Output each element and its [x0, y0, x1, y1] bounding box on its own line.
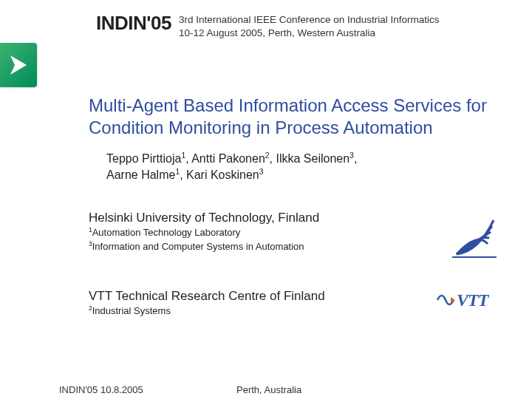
vtt-wave-icon	[436, 290, 455, 310]
slide-title: Multi-Agent Based Information Access Ser…	[89, 95, 502, 139]
affiliation-1-name: Helsinki University of Technology, Finla…	[89, 210, 384, 226]
conference-line2: 10-12 August 2005, Perth, Western Austra…	[179, 27, 375, 38]
conference-full-name: 3rd International IEEE Conference on Ind…	[179, 12, 440, 40]
svg-marker-0	[10, 55, 27, 75]
lab: 3Information and Computer Systems in Aut…	[89, 241, 304, 252]
affiliation-2-labs: 2Industrial Systems	[89, 304, 369, 318]
slide-accent-badge	[0, 43, 37, 87]
affiliation-1: Helsinki University of Technology, Finla…	[89, 210, 384, 253]
affiliation-1-labs: 1Automation Technology Laboratory3Inform…	[89, 226, 384, 253]
affiliation-2-name: VTT Technical Research Centre of Finland	[89, 288, 369, 304]
conference-short-name: INDIN'05	[96, 12, 171, 40]
author: Ilkka Seilonen3	[276, 152, 353, 165]
author: Antti Pakonen2	[191, 152, 269, 165]
author-list: Teppo Pirttioja1, Antti Pakonen2, Ilkka …	[106, 151, 399, 183]
arrow-right-icon	[7, 54, 30, 76]
conference-header: INDIN'05 3rd International IEEE Conferen…	[96, 12, 517, 40]
vtt-logo: VTT	[436, 285, 502, 315]
affiliation-2: VTT Technical Research Centre of Finland…	[89, 288, 369, 318]
author: Kari Koskinen3	[186, 168, 264, 181]
lab: 2Industrial Systems	[89, 305, 171, 316]
footer-location: Perth, Australia	[236, 384, 301, 395]
lab: 1Automation Technology Laboratory	[89, 227, 240, 238]
hut-logo	[449, 208, 499, 260]
footer-date: INDIN'05 10.8.2005	[59, 384, 143, 395]
author: Teppo Pirttioja1	[106, 152, 185, 165]
conference-line1: 3rd International IEEE Conference on Ind…	[179, 14, 440, 25]
author: Aarne Halme1	[106, 168, 180, 181]
vtt-logo-text: VTT	[457, 290, 488, 310]
